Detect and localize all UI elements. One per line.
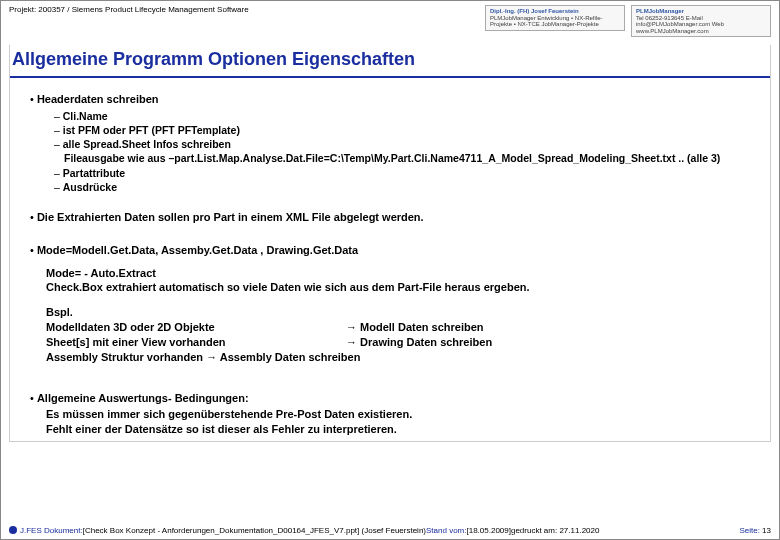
dash-spreadsheet: alle Spread.Sheet Infos schreiben bbox=[54, 137, 756, 151]
footer-doc-label: J.FES Dokument: bbox=[20, 526, 83, 535]
slide-body: Headerdaten schreiben Cli.Name ist PFM o… bbox=[10, 78, 770, 441]
example-right: Modell Daten schreiben bbox=[346, 320, 484, 335]
example-assembly: Assembly Struktur vorhanden → Assembly D… bbox=[46, 350, 756, 365]
bullet-headerdaten: Headerdaten schreiben bbox=[30, 92, 756, 107]
dash-list: Cli.Name ist PFM oder PFT (PFT PFTemplat… bbox=[54, 109, 756, 152]
footer-stand-value: [18.05.2009] bbox=[466, 526, 510, 535]
bspl-label: Bspl. bbox=[46, 305, 756, 320]
bedingungen-line1: Es müssen immer sich gegenüberstehende P… bbox=[46, 407, 756, 422]
logo-title: PLMJobManager bbox=[636, 8, 766, 15]
dash-cliname: Cli.Name bbox=[54, 109, 756, 123]
logo-sub: PLMJobManager Entwicklung • NX-Refile-Pr… bbox=[490, 15, 620, 28]
project-line: Projekt: 200357 / Siemens Product Lifecy… bbox=[9, 5, 249, 14]
example-left: Modelldaten 3D oder 2D Objekte bbox=[46, 320, 346, 335]
footer-doc-name: [Check Box Konzept - Anforderungen_Dokum… bbox=[83, 526, 426, 535]
bullet-bedingungen: Allgemeine Auswertungs- Bedingungen: bbox=[30, 391, 756, 406]
top-bar: Projekt: 200357 / Siemens Product Lifecy… bbox=[1, 1, 779, 41]
logo-feuerstein: Dipl.-Ing. (FH) Josef Feuerstein PLMJobM… bbox=[485, 5, 625, 31]
dash-ausdruecke: Ausdrücke bbox=[54, 180, 756, 194]
dash-pfm-pft: ist PFM oder PFT (PFT PFTemplate) bbox=[54, 123, 756, 137]
footer-printed: gedruckt am: 27.11.2020 bbox=[511, 526, 600, 535]
footer-page: Seite: 13 bbox=[739, 526, 771, 535]
slide-title: Allgemeine Programm Optionen Eigenschaft… bbox=[10, 45, 770, 78]
footer-page-label: Seite: bbox=[739, 526, 759, 535]
title-box: Allgemeine Programm Optionen Eigenschaft… bbox=[9, 45, 771, 442]
logo-plmjobmanager: PLMJobManager Tel 06252-913645 E-Mail in… bbox=[631, 5, 771, 37]
bullet-xml: Die Extrahierten Daten sollen pro Part i… bbox=[30, 210, 756, 225]
mode-autoextract: Mode= - Auto.Extract bbox=[46, 266, 756, 281]
logo-sub: Tel 06252-913645 E-Mail info@PLMJobManag… bbox=[636, 15, 766, 35]
example-row-1: Modelldaten 3D oder 2D Objekte Modell Da… bbox=[46, 320, 756, 335]
example-right: Drawing Daten schreiben bbox=[346, 335, 492, 350]
footer: J.FES Dokument: [Check Box Konzept - Anf… bbox=[9, 525, 771, 535]
dash-spreadsheet-sub: Fileausgabe wie aus –part.List.Map.Analy… bbox=[64, 151, 756, 165]
checkbox-desc: Check.Box extrahiert automatisch so viel… bbox=[46, 280, 756, 295]
slide: Projekt: 200357 / Siemens Product Lifecy… bbox=[0, 0, 780, 540]
example-left: Sheet[s] mit einer View vorhanden bbox=[46, 335, 346, 350]
bullet-mode: Mode=Modell.Get.Data, Assemby.Get.Data ,… bbox=[30, 243, 756, 258]
footer-dot-icon bbox=[9, 526, 17, 534]
bedingungen-line2: Fehlt einer der Datensätze so ist dieser… bbox=[46, 422, 756, 437]
dash-partattribute: Partattribute bbox=[54, 166, 756, 180]
logo-title: Dipl.-Ing. (FH) Josef Feuerstein bbox=[490, 8, 620, 15]
footer-stand-label: Stand vom: bbox=[426, 526, 466, 535]
example-row-2: Sheet[s] mit einer View vorhanden Drawin… bbox=[46, 335, 756, 350]
dash-list-2: Partattribute Ausdrücke bbox=[54, 166, 756, 194]
footer-page-value: 13 bbox=[760, 526, 771, 535]
logo-group: Dipl.-Ing. (FH) Josef Feuerstein PLMJobM… bbox=[485, 5, 771, 37]
